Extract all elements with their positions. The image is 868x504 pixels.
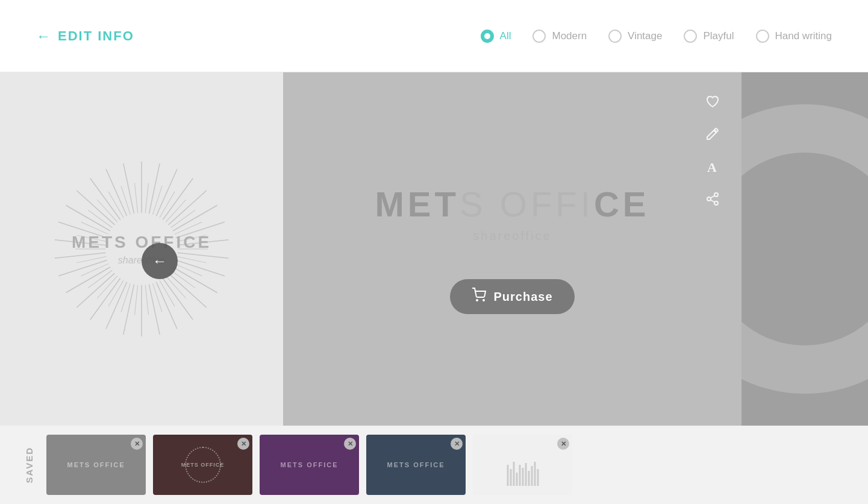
- svg-point-68: [742, 128, 868, 370]
- svg-line-14: [149, 285, 160, 335]
- center-logo-text: METS OFFICE: [375, 184, 650, 224]
- edit-info-button[interactable]: ← EDIT INFO: [36, 28, 134, 45]
- radio-all: [481, 30, 494, 43]
- svg-line-5: [173, 206, 217, 232]
- thumbnail-3-text: METS OFFICE: [281, 461, 339, 468]
- center-logo: METS OFFICE shareoffice: [375, 184, 650, 243]
- svg-line-30: [145, 183, 148, 213]
- font-button[interactable]: A: [702, 156, 723, 177]
- saved-label: SAVED: [24, 447, 34, 484]
- header: ← EDIT INFO All Modern Vintage Playful H…: [0, 0, 868, 72]
- main-content: METS OFFICE shareoffice ← A: [0, 72, 868, 426]
- svg-line-19: [76, 273, 114, 307]
- svg-line-12: [163, 279, 193, 320]
- svg-line-65: [711, 196, 715, 198]
- thumbnail-3-close[interactable]: ✕: [344, 438, 356, 450]
- card-left: METS OFFICE shareoffice ←: [0, 72, 283, 426]
- thumbnail-4-text: METS OFFICE: [387, 461, 445, 468]
- filter-handwriting-label: Hand writing: [775, 30, 832, 42]
- barcode-visual: [507, 462, 539, 486]
- svg-line-25: [66, 206, 110, 232]
- filter-modern[interactable]: Modern: [532, 30, 587, 43]
- svg-point-67: [483, 300, 484, 301]
- filter-playful-label: Playful: [703, 30, 734, 42]
- center-logo-bold2: CE: [594, 184, 650, 224]
- thumbnail-2[interactable]: ✕ METS OFFICE: [153, 435, 252, 495]
- filter-vintage-label: Vintage: [628, 30, 662, 42]
- filter-handwriting[interactable]: Hand writing: [756, 30, 832, 43]
- action-icons: A: [702, 90, 723, 210]
- pencil-button[interactable]: [702, 123, 723, 145]
- thumbnail-3[interactable]: ✕ METS OFFICE: [260, 435, 359, 495]
- center-logo-bold1: MET: [375, 184, 460, 224]
- svg-point-66: [476, 300, 478, 301]
- svg-line-59: [135, 183, 138, 213]
- radio-inner-all: [484, 33, 490, 39]
- edit-info-label: EDIT INFO: [58, 28, 134, 44]
- saved-thumbnails: ✕ METS OFFICE ✕ METS OFFICE ✕ METS OFFIC…: [46, 435, 572, 495]
- back-arrow-icon: ←: [152, 253, 167, 269]
- svg-line-3: [163, 178, 193, 220]
- filter-all[interactable]: All: [481, 30, 511, 43]
- svg-line-11: [169, 273, 207, 307]
- share-button[interactable]: [702, 188, 723, 210]
- thumbnail-2-text: METS OFFICE: [181, 462, 225, 468]
- svg-line-64: [711, 200, 715, 203]
- radio-playful: [684, 30, 697, 43]
- thumbnail-4[interactable]: ✕ METS OFFICE: [366, 435, 466, 495]
- thumbnail-1-close[interactable]: ✕: [131, 438, 143, 450]
- thumbnail-2-close[interactable]: ✕: [237, 438, 249, 450]
- center-tagline: shareoffice: [375, 229, 650, 243]
- thumbnail-1[interactable]: ✕ METS OFFICE: [46, 435, 146, 495]
- filter-playful[interactable]: Playful: [684, 30, 734, 43]
- heart-button[interactable]: [702, 90, 723, 112]
- filter-options: All Modern Vintage Playful Hand writing: [481, 30, 832, 43]
- sunburst-decoration: METS OFFICE shareoffice: [45, 153, 238, 345]
- filter-vintage[interactable]: Vintage: [608, 30, 662, 43]
- thumbnail-5-close[interactable]: ✕: [557, 438, 569, 450]
- svg-line-18: [90, 279, 120, 320]
- radio-modern: [532, 30, 546, 43]
- arrow-left-icon: ←: [36, 28, 52, 45]
- svg-line-16: [123, 285, 134, 335]
- thumbnail-4-close[interactable]: ✕: [451, 438, 463, 450]
- card-right: [742, 72, 868, 426]
- radio-vintage: [608, 30, 622, 43]
- svg-point-62: [707, 197, 711, 201]
- svg-line-29: [123, 163, 134, 213]
- thumbnail-1-text: METS OFFICE: [67, 461, 125, 468]
- purchase-label: Purchase: [493, 290, 552, 304]
- svg-point-61: [714, 193, 718, 197]
- svg-line-20: [66, 267, 110, 293]
- right-card-svg: [742, 72, 868, 426]
- card-center: A METS OFFICE shareoffice: [283, 72, 742, 426]
- svg-line-26: [76, 191, 114, 225]
- radio-handwriting: [756, 30, 769, 43]
- svg-line-10: [173, 267, 217, 293]
- purchase-button[interactable]: Purchase: [450, 279, 574, 314]
- svg-text:A: A: [707, 160, 717, 174]
- left-logo-text: METS OFFICE: [72, 233, 211, 252]
- filter-all-label: All: [500, 30, 511, 42]
- svg-point-63: [714, 201, 718, 205]
- svg-line-27: [90, 178, 120, 220]
- center-logo-light: S OFFI: [460, 184, 594, 224]
- svg-line-4: [169, 191, 207, 225]
- thumbnail-5[interactable]: ✕: [473, 435, 572, 495]
- back-button[interactable]: ←: [142, 243, 178, 279]
- bottom-section: SAVED ✕ METS OFFICE ✕ METS OFFICE ✕ METS…: [0, 426, 868, 504]
- filter-modern-label: Modern: [552, 30, 587, 42]
- svg-line-45: [135, 285, 138, 315]
- cart-icon: [472, 288, 486, 306]
- svg-line-44: [145, 285, 148, 315]
- svg-line-1: [149, 163, 160, 213]
